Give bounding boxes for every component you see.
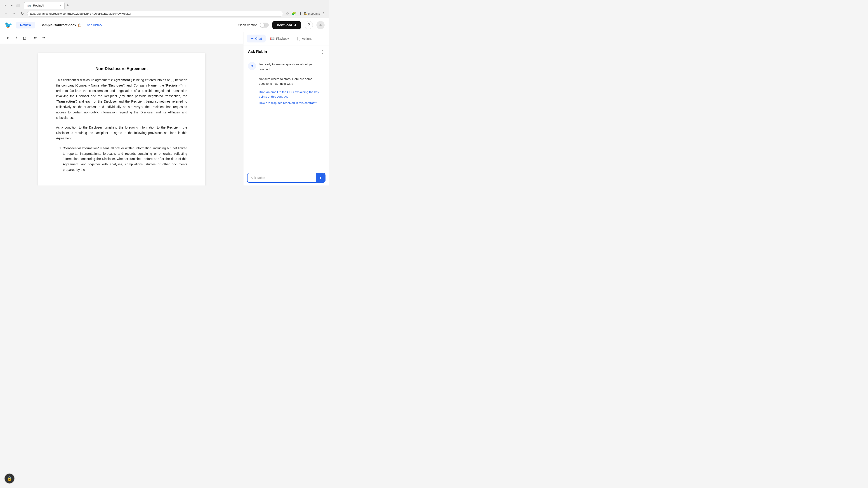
robin-intro-text: I'm ready to answer questions about your… (259, 63, 314, 71)
send-icon: ➤ (319, 176, 322, 180)
term-agreement: Agreement (114, 78, 130, 82)
logo-icon: 🐦 (4, 21, 12, 29)
actions-tab-icon: [ ] (297, 37, 300, 41)
chat-input-area: ➤ (243, 170, 329, 186)
bold-button[interactable]: B (4, 34, 12, 41)
ask-robin-title: Ask Robin (248, 50, 267, 54)
active-tab[interactable]: 🤖 Robin AI × (24, 2, 65, 9)
tab-favicon: 🤖 (27, 4, 31, 7)
playbook-tab-icon: 📖 (270, 36, 275, 41)
ask-robin-menu-button[interactable]: ⋮ (320, 49, 324, 55)
robin-suggestions-intro: Not sure where to start? Here are some q… (259, 77, 312, 86)
clean-version-toggle-area: Clean Version (238, 23, 269, 28)
right-panel: ✦ Chat 📖 Playbook [ ] Actions Ask Robin … (243, 32, 329, 186)
clean-version-label: Clean Version (238, 23, 257, 27)
bookmark-button[interactable]: ☆ (285, 11, 290, 17)
download-manager-button[interactable]: ⬇ (298, 11, 303, 17)
robin-suggestions: Draft an email to the CEO explaining the… (259, 90, 324, 105)
help-button[interactable]: ? (305, 21, 313, 29)
chat-input-wrapper: ➤ (247, 173, 326, 183)
robin-avatar: ✦ (248, 62, 256, 70)
indent-decrease-button[interactable]: ⇤ (32, 34, 39, 41)
list-item-1: "Confidential Information" means all ora… (63, 146, 187, 173)
panel-tabs: ✦ Chat 📖 Playbook [ ] Actions (243, 32, 329, 45)
clean-version-toggle[interactable] (260, 23, 269, 28)
reload-button[interactable]: ↻ (19, 10, 25, 17)
tab-playbook[interactable]: 📖 Playbook (267, 35, 293, 42)
see-history-button[interactable]: See History (85, 22, 104, 28)
download-button[interactable]: Download ⬇ (272, 21, 301, 29)
term-party: Party (133, 105, 141, 109)
back-button[interactable]: ← (3, 10, 9, 17)
user-avatar-button[interactable]: LD (316, 21, 324, 29)
chat-send-button[interactable]: ➤ (316, 173, 325, 182)
tab-chat[interactable]: ✦ Chat (247, 35, 266, 42)
document-list: "Confidential Information" means all ora… (56, 146, 187, 173)
italic-button[interactable]: i (13, 34, 20, 41)
term-parties: Parties (86, 105, 96, 109)
download-icon: ⬇ (294, 23, 297, 27)
browser-window-controls: × – ⬜ (3, 3, 20, 8)
robin-message-text: I'm ready to answer questions about your… (259, 62, 324, 105)
tab-close-button[interactable]: × (59, 4, 61, 7)
term-transaction: Transaction (57, 100, 75, 103)
tab-title: Robin AI (33, 4, 44, 7)
underline-button[interactable]: U (21, 34, 28, 41)
url-input[interactable] (27, 11, 283, 17)
document-title: Non-Disclosure Agreement (56, 66, 187, 71)
term-confidential-information: Confidential Information (64, 147, 98, 150)
chat-tab-label: Chat (255, 37, 262, 40)
chat-input-field[interactable] (248, 174, 316, 182)
chat-content: ✦ I'm ready to answer questions about yo… (243, 57, 329, 170)
navbar: 🐦 Review Sample Contract.docx 📋 See Hist… (0, 18, 329, 32)
playbook-tab-label: Playbook (276, 37, 289, 40)
document-copy-icon[interactable]: 📋 (78, 23, 82, 27)
indent-decrease-icon: ⇤ (34, 36, 37, 40)
tab-bar: 🤖 Robin AI × + (22, 2, 72, 9)
tab-actions[interactable]: [ ] Actions (293, 35, 316, 42)
browser-menu-button[interactable]: ⋮ (321, 11, 327, 17)
term-discloser: Discloser (109, 84, 123, 87)
robin-message: ✦ I'm ready to answer questions about yo… (248, 62, 324, 105)
incognito-icon: 🕵 (304, 12, 307, 15)
indent-increase-icon: ⇥ (42, 36, 45, 40)
robin-icon-inner: ✦ (248, 62, 256, 70)
logo: 🐦 (4, 21, 12, 29)
document-name: Sample Contract.docx 📋 (40, 23, 81, 27)
document-paragraph-2: As a condition to the Discloser furnishi… (56, 125, 187, 141)
window-maximize-button[interactable]: ⬜ (16, 3, 20, 8)
window-minimize-button[interactable]: – (9, 3, 14, 8)
chat-tab-icon: ✦ (251, 36, 254, 41)
incognito-indicator: 🕵 Incognito (304, 12, 320, 15)
window-close-button[interactable]: × (3, 3, 8, 8)
document-wrapper: Non-Disclosure Agreement This confidenti… (24, 44, 219, 186)
download-label: Download (277, 23, 292, 27)
term-recipient: Recipient (166, 84, 180, 87)
robin-logo-icon: ✦ (250, 63, 254, 69)
browser-chrome: × – ⬜ 🤖 Robin AI × + ← → ↻ ☆ 🧩 ⬇ 🕵 Incog… (0, 0, 329, 18)
robin-suggestion-1[interactable]: Draft an email to the CEO explaining the… (259, 90, 324, 99)
address-bar-actions: ☆ 🧩 ⬇ 🕵 Incognito ⋮ (285, 11, 327, 17)
document-content[interactable]: Non-Disclosure Agreement This confidenti… (38, 53, 205, 186)
toggle-knob (260, 23, 264, 27)
extension-button[interactable]: 🧩 (291, 11, 297, 17)
review-button[interactable]: Review (16, 22, 35, 29)
browser-titlebar: × – ⬜ 🤖 Robin AI × + (0, 0, 329, 9)
help-icon: ? (308, 23, 310, 27)
document-name-text: Sample Contract.docx (40, 23, 76, 27)
address-bar: ← → ↻ ☆ 🧩 ⬇ 🕵 Incognito ⋮ (0, 9, 329, 18)
new-tab-button[interactable]: + (65, 2, 71, 9)
app-container: 🐦 Review Sample Contract.docx 📋 See Hist… (0, 18, 329, 186)
actions-tab-label: Actions (302, 37, 312, 40)
indent-increase-button[interactable]: ⇥ (40, 34, 47, 41)
forward-button[interactable]: → (11, 10, 17, 17)
editor-area[interactable]: B i U ⇤ ⇥ Non-Disclosure Agreement This … (0, 32, 243, 186)
main-content: B i U ⇤ ⇥ Non-Disclosure Agreement This … (0, 32, 329, 186)
document-paragraph-1: This confidential disclosure agreement (… (56, 77, 187, 121)
ask-robin-header: Ask Robin ⋮ (243, 45, 329, 57)
incognito-label: Incognito (308, 12, 320, 15)
editor-toolbar: B i U ⇤ ⇥ (0, 32, 243, 44)
robin-suggestion-2[interactable]: How are disputes resolved in this contra… (259, 101, 324, 105)
